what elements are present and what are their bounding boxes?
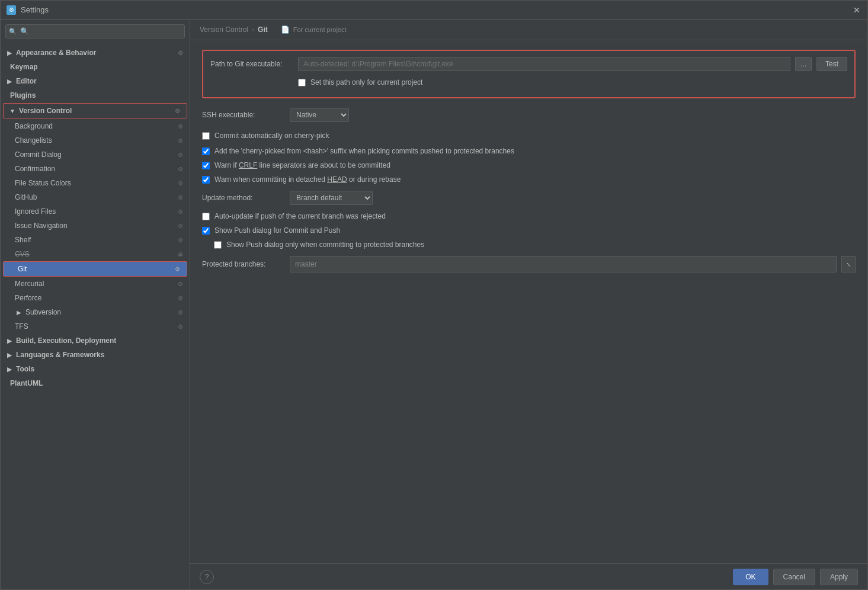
breadcrumb-part1: Version Control	[200, 25, 248, 34]
crlf-label[interactable]: Warn if CRLF line separators are about t…	[214, 161, 390, 169]
sidebar-item-keymap[interactable]: Keymap	[1, 60, 190, 74]
detached-label[interactable]: Warn when committing in detached HEAD or…	[214, 175, 401, 184]
bottom-bar: ? OK Cancel Apply	[190, 563, 867, 589]
sidebar-item-plantuml[interactable]: PlantUML	[1, 376, 190, 390]
cherry-pick-label[interactable]: Add the 'cherry-picked from <hash>' suff…	[214, 147, 514, 155]
ssh-label: SSH executable:	[202, 111, 285, 119]
arrow-icon: ▶	[15, 308, 23, 316]
update-method-row: Update method: Branch default Merge Reba…	[202, 191, 856, 205]
right-panel: Version Control › Git 📄 For current proj…	[190, 20, 867, 589]
protected-branches-input[interactable]	[290, 256, 837, 272]
sidebar-item-version-control[interactable]: ▼ Version Control ⚙	[4, 104, 187, 118]
sidebar-item-file-status-colors[interactable]: File Status Colors ⚙	[1, 176, 190, 190]
show-push-row: Show Push dialog for Commit and Push	[202, 225, 856, 236]
sidebar-item-appearance[interactable]: ▶ Appearance & Behavior ⚙	[1, 46, 190, 60]
push-protected-row: Show Push dialog only when committing to…	[202, 239, 856, 250]
crlf-checkbox[interactable]	[202, 162, 210, 169]
path-only-checkbox-row: Set this path only for current project	[210, 77, 847, 88]
sidebar-item-git[interactable]: Git ⚙	[4, 262, 187, 276]
cherry-pick-row: Add the 'cherry-picked from <hash>' suff…	[202, 146, 856, 156]
bottom-right: OK Cancel Apply	[733, 569, 858, 585]
help-button[interactable]: ?	[200, 570, 214, 584]
ok-button[interactable]: OK	[733, 569, 768, 585]
sidebar-item-github[interactable]: GitHub ⚙	[1, 190, 190, 204]
sidebar-item-editor[interactable]: ▶ Editor	[1, 74, 190, 88]
settings-icon: ⚙	[175, 235, 185, 245]
version-control-group: ▼ Version Control ⚙	[3, 103, 187, 118]
sidebar-item-mercurial[interactable]: Mercurial ⚙	[1, 277, 190, 291]
settings-window: ⚙ Settings ✕ 🔍 ▶ Appearance & Behavior ⚙	[0, 0, 868, 590]
window-title: Settings	[21, 5, 49, 14]
expand-button[interactable]: ⤡	[841, 256, 856, 272]
settings-icon: ⚙	[175, 48, 185, 57]
sidebar-item-build[interactable]: ▶ Build, Execution, Deployment	[1, 334, 190, 348]
breadcrumb-separator: 📄	[281, 25, 290, 34]
protected-branches-row: Protected branches: ⤡	[202, 256, 856, 272]
sidebar-item-cvs[interactable]: CVS ⚙	[1, 247, 190, 261]
search-input[interactable]	[5, 24, 185, 39]
ssh-dropdown[interactable]: Native Built-in	[290, 108, 349, 122]
sidebar: 🔍 ▶ Appearance & Behavior ⚙ Keymap ▶ Edi	[1, 20, 190, 589]
arrow-icon: ▶	[5, 77, 14, 85]
sidebar-item-issue-navigation[interactable]: Issue Navigation ⚙	[1, 219, 190, 233]
breadcrumb-part2: Git	[258, 25, 268, 34]
search-box[interactable]: 🔍	[5, 24, 185, 39]
sidebar-item-changelists[interactable]: Changelists ⚙	[1, 133, 190, 148]
cherry-pick-checkbox[interactable]	[202, 148, 210, 155]
sidebar-item-tools[interactable]: ▶ Tools	[1, 362, 190, 376]
settings-icon: ⚙	[175, 164, 185, 174]
cancel-button[interactable]: Cancel	[773, 569, 815, 585]
update-method-label: Update method:	[202, 194, 285, 202]
auto-update-label[interactable]: Auto-update if push of the current branc…	[214, 212, 386, 220]
update-method-dropdown[interactable]: Branch default Merge Rebase	[290, 191, 373, 205]
sidebar-item-languages[interactable]: ▶ Languages & Frameworks	[1, 348, 190, 362]
sidebar-item-shelf[interactable]: Shelf ⚙	[1, 233, 190, 247]
sidebar-item-subversion[interactable]: ▶ Subversion ⚙	[1, 305, 190, 319]
git-path-row: Path to Git executable: ... Test	[210, 57, 847, 71]
git-path-input[interactable]	[298, 57, 790, 71]
settings-icon: ⚙	[175, 150, 185, 159]
auto-commit-checkbox[interactable]	[202, 132, 210, 140]
title-bar: ⚙ Settings ✕	[1, 1, 867, 20]
show-push-label[interactable]: Show Push dialog for Commit and Push	[214, 226, 340, 235]
main-content: 🔍 ▶ Appearance & Behavior ⚙ Keymap ▶ Edi	[1, 20, 867, 589]
auto-update-checkbox[interactable]	[202, 213, 210, 220]
breadcrumb-arrow: ›	[252, 25, 254, 34]
bottom-left: ?	[200, 570, 214, 584]
git-path-section: Path to Git executable: ... Test Set thi…	[202, 50, 856, 98]
title-bar-left: ⚙ Settings	[7, 5, 49, 15]
test-button[interactable]: Test	[816, 57, 847, 71]
settings-icon: ⚙	[175, 121, 185, 131]
sidebar-item-tfs[interactable]: TFS ⚙	[1, 319, 190, 334]
settings-icon: ⚙	[175, 307, 185, 317]
apply-button[interactable]: Apply	[820, 569, 858, 585]
sidebar-item-perforce[interactable]: Perforce ⚙	[1, 291, 190, 305]
sidebar-item-background[interactable]: Background ⚙	[1, 119, 190, 133]
push-protected-label[interactable]: Show Push dialog only when committing to…	[226, 241, 424, 249]
browse-button[interactable]: ...	[795, 57, 812, 71]
sidebar-item-plugins[interactable]: Plugins	[1, 88, 190, 102]
app-icon: ⚙	[7, 5, 16, 15]
auto-commit-row: Commit automatically on cherry-pick	[202, 130, 856, 141]
sidebar-item-confirmation[interactable]: Confirmation ⚙	[1, 162, 190, 176]
detached-row: Warn when committing in detached HEAD or…	[202, 174, 856, 185]
sidebar-item-ignored-files[interactable]: Ignored Files ⚙	[1, 204, 190, 219]
ssh-row: SSH executable: Native Built-in	[202, 108, 856, 122]
show-push-checkbox[interactable]	[202, 227, 210, 235]
sidebar-item-commit-dialog[interactable]: Commit Dialog ⚙	[1, 148, 190, 162]
settings-content: Path to Git executable: ... Test Set thi…	[190, 40, 867, 563]
settings-icon: ⚙	[175, 193, 185, 202]
arrow-icon: ▶	[5, 49, 14, 57]
close-button[interactable]: ✕	[852, 5, 861, 15]
breadcrumb: Version Control › Git 📄 For current proj…	[190, 20, 867, 40]
push-protected-checkbox[interactable]	[214, 241, 222, 249]
detached-checkbox[interactable]	[202, 176, 210, 184]
auto-update-row: Auto-update if push of the current branc…	[202, 211, 856, 222]
path-only-label[interactable]: Set this path only for current project	[310, 78, 422, 86]
path-only-checkbox[interactable]	[298, 79, 306, 86]
nav-tree: ▶ Appearance & Behavior ⚙ Keymap ▶ Edito…	[1, 43, 190, 589]
auto-commit-label[interactable]: Commit automatically on cherry-pick	[214, 132, 329, 140]
settings-icon: ⚙	[175, 322, 185, 331]
settings-icon: ⚙	[175, 293, 185, 303]
arrow-icon: ▶	[5, 351, 14, 359]
